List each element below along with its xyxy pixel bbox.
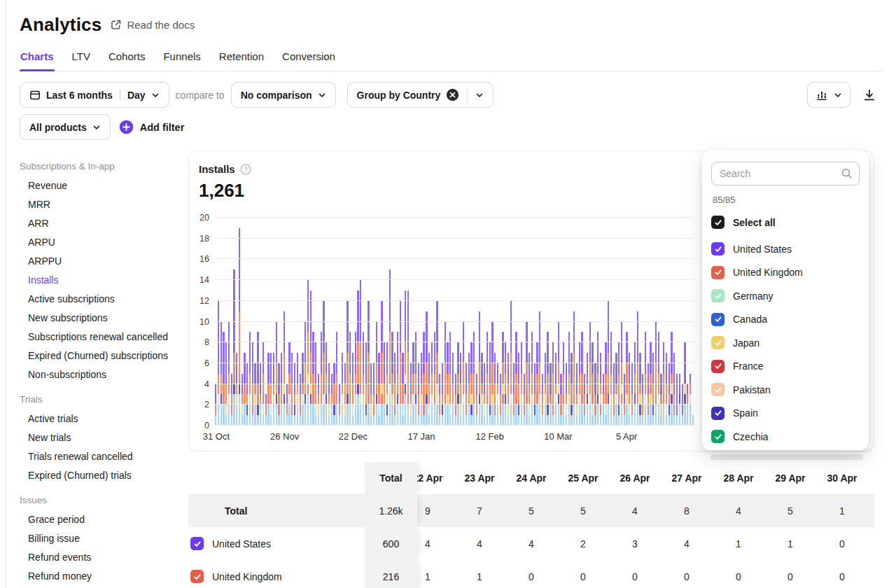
country-row-united-kingdom[interactable]: United Kingdom	[711, 264, 860, 281]
sidebar-item-subscriptions-renewal-cancelled[interactable]: Subscriptions renewal cancelled	[20, 327, 186, 346]
read-the-docs-link[interactable]: Read the docs	[110, 19, 195, 31]
total-column-header: Total	[365, 462, 417, 494]
bar	[352, 353, 354, 426]
bar-segment-purple	[605, 342, 606, 374]
bar-segment-yellow	[236, 394, 237, 405]
download-icon	[862, 88, 876, 102]
sidebar-item-billing-issue[interactable]: Billing issue	[20, 528, 186, 547]
bar-segment-light-blue	[573, 405, 575, 426]
sidebar-item-new-subscriptions[interactable]: New subscriptions	[20, 308, 186, 327]
bar	[479, 312, 480, 426]
sidebar-item-expired-churned-trials[interactable]: Expired (Churned) trials	[20, 465, 186, 484]
sidebar-item-revenue[interactable]: Revenue	[20, 176, 186, 195]
select-all-row[interactable]: Select all	[711, 214, 860, 231]
country-row-germany[interactable]: Germany	[711, 287, 860, 304]
comparison-button[interactable]: No comparison	[231, 82, 336, 108]
country-row-czechia[interactable]: Czechia	[711, 428, 860, 445]
bar-segment-orange	[312, 374, 314, 395]
bar-segment-purple	[220, 322, 222, 374]
bar	[270, 353, 272, 426]
country-checkbox-france[interactable]	[711, 360, 724, 373]
select-all-checkbox[interactable]	[711, 216, 724, 229]
bar-segment-orange	[502, 363, 503, 384]
bar-segment-indigo	[608, 394, 609, 405]
bar-segment-light-blue	[260, 405, 261, 426]
bar	[384, 342, 385, 426]
country-checkbox-czechia[interactable]	[711, 430, 724, 443]
calendar-icon	[29, 90, 41, 101]
table-horizontal-scrollbar[interactable]	[710, 454, 863, 460]
add-filter-button[interactable]: Add filter	[119, 120, 185, 134]
sidebar-item-arpu[interactable]: ARPU	[20, 232, 186, 251]
country-row-spain[interactable]: Spain	[711, 405, 860, 422]
sidebar-item-expired-churned-subscriptions[interactable]: Expired (Churned) subscriptions	[20, 346, 186, 365]
country-row-france[interactable]: France	[711, 358, 860, 375]
row-checkbox-united-kingdom[interactable]	[190, 570, 204, 583]
row-checkbox-united-states[interactable]	[190, 537, 204, 550]
bar-segment-red	[394, 405, 396, 415]
bar-segment-indigo	[257, 405, 258, 415]
bar-segment-light-blue	[225, 415, 227, 426]
country-row-canada[interactable]: Canada	[711, 311, 860, 328]
clear-group-by-icon[interactable]	[446, 88, 459, 102]
bar-segment-light-blue	[278, 415, 279, 426]
bar	[436, 301, 438, 426]
bar	[481, 353, 482, 426]
tab-funnels[interactable]: Funnels	[162, 49, 201, 71]
tab-retention[interactable]: Retention	[218, 49, 265, 71]
tab-ltv[interactable]: LTV	[71, 49, 91, 71]
tab-cohorts[interactable]: Cohorts	[108, 49, 146, 71]
bar-segment-light-blue	[521, 405, 522, 426]
group-by-button[interactable]: Group by Country	[347, 82, 494, 108]
bar-segment-purple	[270, 353, 272, 384]
sidebar-item-installs[interactable]: Installs	[20, 270, 186, 289]
country-row-japan[interactable]: Japan	[711, 334, 860, 351]
bar-segment-orange	[218, 374, 219, 395]
bar-segment-orange	[331, 394, 332, 405]
download-button[interactable]	[861, 88, 878, 102]
bar-segment-light-blue	[339, 415, 340, 426]
country-row-pakistan[interactable]: Pakistan	[711, 381, 860, 398]
country-checkbox-pakistan[interactable]	[711, 383, 724, 396]
bar-segment-purple	[518, 353, 519, 384]
bar	[558, 322, 559, 426]
sidebar-item-refund-events[interactable]: Refund events	[20, 547, 186, 566]
chart-help-icon[interactable]: ?	[240, 164, 251, 175]
country-row-united-states[interactable]: United States	[711, 240, 860, 258]
country-checkbox-united-kingdom[interactable]	[711, 266, 724, 279]
bar-segment-purple	[346, 301, 348, 353]
country-checkbox-spain[interactable]	[711, 407, 724, 420]
country-checkbox-germany[interactable]	[711, 289, 724, 302]
products-button[interactable]: All products	[20, 114, 111, 140]
country-checkbox-japan[interactable]	[711, 336, 724, 349]
value-cell: 0	[661, 571, 713, 582]
sidebar-item-non-subscriptions[interactable]: Non-subscriptions	[20, 365, 186, 384]
sidebar-item-trials-renewal-cancelled[interactable]: Trials renewal cancelled	[20, 447, 186, 465]
country-search-input[interactable]	[711, 162, 860, 186]
bar-segment-light-blue	[315, 415, 316, 426]
value-cell: 0	[764, 571, 816, 582]
date-range-button[interactable]: Last 6 months Day	[20, 82, 169, 108]
bar-segment-orange	[534, 394, 536, 405]
sidebar-item-arr[interactable]: ARR	[20, 214, 186, 232]
country-checkbox-canada[interactable]	[711, 313, 724, 326]
sidebar-item-refund-money[interactable]: Refund money	[20, 566, 186, 585]
bar-segment-mint	[463, 394, 464, 405]
bar-segment-purple	[524, 374, 525, 395]
sidebar-item-mrr[interactable]: MRR	[20, 195, 186, 214]
sidebar-item-active-trials[interactable]: Active trials	[20, 409, 186, 428]
tab-charts[interactable]: Charts	[20, 49, 55, 71]
bar-segment-indigo	[294, 405, 295, 415]
bar-segment-purple	[315, 342, 316, 384]
sidebar-item-active-subscriptions[interactable]: Active subscriptions	[20, 289, 186, 308]
bar-segment-indigo	[426, 394, 427, 405]
bar-segment-orange	[252, 384, 253, 405]
sidebar-item-new-trials[interactable]: New trials	[20, 428, 186, 447]
sidebar-item-grace-period[interactable]: Grace period	[20, 510, 186, 528]
sidebar-item-arppu[interactable]: ARPPU	[20, 251, 186, 270]
country-checkbox-united-states[interactable]	[711, 242, 724, 255]
bar-segment-light-blue	[402, 415, 403, 426]
tab-conversion[interactable]: Conversion	[281, 49, 336, 71]
chart-type-button[interactable]	[807, 82, 850, 108]
date-range-label: Last 6 months	[46, 90, 113, 101]
